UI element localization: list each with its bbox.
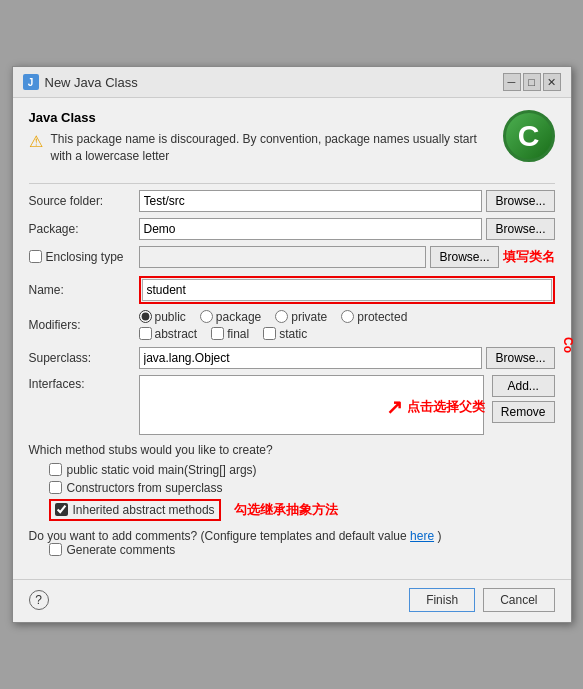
dialog-footer: ? Finish Cancel bbox=[13, 579, 571, 622]
source-folder-browse-button[interactable]: Browse... bbox=[486, 190, 554, 212]
footer-right: Finish Cancel bbox=[409, 588, 554, 612]
stub-inherited-label: Inherited abstract methods bbox=[73, 503, 215, 517]
finish-button[interactable]: Finish bbox=[409, 588, 475, 612]
interfaces-area: Add... Remove ↗ 点击选择父类 bbox=[139, 375, 555, 435]
modifier-package[interactable]: package bbox=[200, 310, 261, 324]
modifier-protected[interactable]: protected bbox=[341, 310, 407, 324]
interfaces-remove-button[interactable]: Remove bbox=[492, 401, 555, 423]
generate-comments-label: Generate comments bbox=[67, 543, 176, 557]
modifier-static-checkbox[interactable] bbox=[263, 327, 276, 340]
title-buttons: ─ □ ✕ bbox=[503, 73, 561, 91]
new-java-class-dialog: J New Java Class ─ □ ✕ Java Class ⚠ This… bbox=[12, 66, 572, 623]
modifier-static[interactable]: static bbox=[263, 327, 307, 341]
modifiers-row: Modifiers: public package private bbox=[29, 310, 555, 341]
modifier-package-radio[interactable] bbox=[200, 310, 213, 323]
help-button[interactable]: ? bbox=[29, 590, 49, 610]
package-browse-button[interactable]: Browse... bbox=[486, 218, 554, 240]
interfaces-row: Interfaces: Add... Remove ↗ 点击选择父类 bbox=[29, 375, 555, 435]
stub-inherited: Inherited abstract methods 勾选继承抽象方法 bbox=[49, 499, 555, 521]
modifier-abstract-checkbox[interactable] bbox=[139, 327, 152, 340]
method-stubs-list: public static void main(String[] args) C… bbox=[29, 463, 555, 521]
title-bar-left: J New Java Class bbox=[23, 74, 138, 90]
generate-comments-checkbox[interactable] bbox=[49, 543, 62, 556]
title-bar: J New Java Class ─ □ ✕ bbox=[13, 67, 571, 98]
superclass-browse-button[interactable]: Browse... bbox=[486, 347, 554, 369]
modifier-abstract[interactable]: abstract bbox=[139, 327, 198, 341]
enclosing-type-label-area: Enclosing type bbox=[29, 250, 139, 264]
modifier-public[interactable]: public bbox=[139, 310, 186, 324]
arrow-icon: ↗ bbox=[386, 395, 403, 419]
arrow-label: 点击选择父类 bbox=[407, 398, 485, 416]
interfaces-buttons: Add... Remove bbox=[488, 375, 555, 423]
stub-constructors-label: Constructors from superclass bbox=[67, 481, 223, 495]
arrow-annotation: ↗ 点击选择父类 bbox=[386, 395, 485, 419]
dialog-icon: J bbox=[23, 74, 39, 90]
header-area: Java Class ⚠ This package name is discou… bbox=[29, 110, 555, 177]
enclosing-type-checkbox[interactable] bbox=[29, 250, 42, 263]
enclosing-type-input[interactable] bbox=[139, 246, 427, 268]
modifiers-label: Modifiers: bbox=[29, 318, 139, 332]
enclosing-annotation: 填写类名 bbox=[503, 248, 555, 266]
name-label: Name: bbox=[29, 283, 139, 297]
source-folder-label: Source folder: bbox=[29, 194, 139, 208]
stubs-question: Which method stubs would you like to cre… bbox=[29, 443, 555, 457]
warning-box: ⚠ This package name is discouraged. By c… bbox=[29, 131, 495, 165]
access-modifier-group: public package private protected bbox=[139, 310, 408, 324]
maximize-button[interactable]: □ bbox=[523, 73, 541, 91]
source-folder-row: Source folder: Browse... bbox=[29, 190, 555, 212]
enclosing-type-row: Enclosing type Browse... 填写类名 bbox=[29, 246, 555, 268]
stub-main-checkbox[interactable] bbox=[49, 463, 62, 476]
name-input[interactable] bbox=[142, 279, 552, 301]
stub-constructors: Constructors from superclass bbox=[49, 481, 555, 495]
name-row: Name: bbox=[29, 276, 555, 304]
interfaces-inner: Add... Remove bbox=[139, 375, 555, 435]
comments-question: Do you want to add comments? (Configure … bbox=[29, 529, 555, 543]
warning-icon: ⚠ bbox=[29, 132, 43, 151]
enclosing-type-label: Enclosing type bbox=[46, 250, 124, 264]
cancel-button[interactable]: Cancel bbox=[483, 588, 554, 612]
modifier-protected-radio[interactable] bbox=[341, 310, 354, 323]
inherited-box: Inherited abstract methods bbox=[49, 499, 221, 521]
interfaces-label: Interfaces: bbox=[29, 375, 139, 391]
stub-main-label: public static void main(String[] args) bbox=[67, 463, 257, 477]
dialog-body: Java Class ⚠ This package name is discou… bbox=[13, 98, 571, 579]
superclass-input[interactable] bbox=[139, 347, 483, 369]
method-stubs-section: Which method stubs would you like to cre… bbox=[29, 443, 555, 521]
modifier-final[interactable]: final bbox=[211, 327, 249, 341]
comments-link[interactable]: here bbox=[410, 529, 434, 543]
package-row: Package: Browse... bbox=[29, 218, 555, 240]
dialog-title: New Java Class bbox=[45, 75, 138, 90]
stub-inherited-checkbox[interactable] bbox=[55, 503, 68, 516]
superclass-row: Superclass: Browse... bbox=[29, 347, 555, 369]
comments-section: Do you want to add comments? (Configure … bbox=[29, 529, 555, 557]
package-label: Package: bbox=[29, 222, 139, 236]
eclipse-logo: C bbox=[503, 110, 555, 162]
interfaces-add-button[interactable]: Add... bbox=[492, 375, 555, 397]
generate-comments-row: Generate comments bbox=[29, 543, 555, 557]
modifier-public-radio[interactable] bbox=[139, 310, 152, 323]
stub-constructors-checkbox[interactable] bbox=[49, 481, 62, 494]
source-folder-input[interactable] bbox=[139, 190, 483, 212]
other-modifier-group: abstract final static bbox=[139, 327, 408, 341]
footer-buttons: Finish Cancel bbox=[409, 588, 554, 612]
minimize-button[interactable]: ─ bbox=[503, 73, 521, 91]
package-input[interactable] bbox=[139, 218, 483, 240]
close-button[interactable]: ✕ bbox=[543, 73, 561, 91]
right-side-annotation: Co bbox=[561, 337, 575, 353]
enclosing-browse-button[interactable]: Browse... bbox=[430, 246, 498, 268]
stub-main: public static void main(String[] args) bbox=[49, 463, 555, 477]
modifier-private[interactable]: private bbox=[275, 310, 327, 324]
modifier-final-checkbox[interactable] bbox=[211, 327, 224, 340]
name-input-wrapper bbox=[139, 276, 555, 304]
warning-text: This package name is discouraged. By con… bbox=[51, 131, 495, 165]
modifier-private-radio[interactable] bbox=[275, 310, 288, 323]
inherited-annotation: 勾选继承抽象方法 bbox=[234, 501, 338, 519]
superclass-label: Superclass: bbox=[29, 351, 139, 365]
separator-1 bbox=[29, 183, 555, 184]
modifiers-content: public package private protected bbox=[139, 310, 408, 341]
section-title: Java Class bbox=[29, 110, 495, 125]
